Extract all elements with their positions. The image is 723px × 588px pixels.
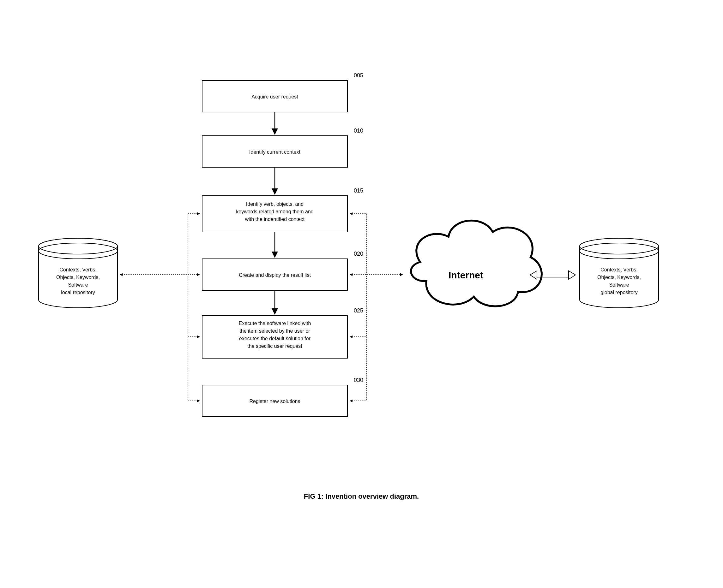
step-005-id: 005 xyxy=(354,72,363,79)
local-db-l4: local repository xyxy=(61,290,95,295)
connector-cloud-globaldb xyxy=(530,271,576,279)
step-015-label-l1: Identify verb, objects, and xyxy=(246,202,304,207)
global-db-l2: Objects, Keywords, xyxy=(597,275,641,280)
step-020: Create and display the result list 020 xyxy=(202,251,363,290)
local-db-l2: Objects, Keywords, xyxy=(56,275,100,280)
step-025-label-l1: Execute the software linked with xyxy=(239,321,311,326)
step-025-label-l3: executes the default solution for xyxy=(239,336,311,341)
step-025: Execute the software linked with the ite… xyxy=(202,308,363,358)
global-db-l4: global repository xyxy=(600,290,637,295)
internet-cloud: Internet xyxy=(411,220,542,307)
svg-point-22 xyxy=(580,238,659,254)
figure-caption: FIG 1: Invention overview diagram. xyxy=(304,492,419,500)
cloud-label: Internet xyxy=(448,270,483,280)
step-015-label-l3: with the indentified context xyxy=(245,216,305,222)
local-repository: Contexts, Verbs, Objects, Keywords, Soft… xyxy=(39,238,118,308)
svg-point-7 xyxy=(39,238,118,254)
svg-marker-20 xyxy=(568,271,576,279)
diagram-canvas: Acquire user request 005 Identify curren… xyxy=(0,0,723,588)
step-015: Identify verb, objects, and keywords rel… xyxy=(202,188,363,232)
local-db-l3: Software xyxy=(68,282,88,288)
step-010: Identify current context 010 xyxy=(202,127,363,167)
step-025-label-l2: the item selected by the user or xyxy=(239,328,310,334)
global-repository: Contexts, Verbs, Objects, Keywords, Soft… xyxy=(580,238,659,308)
step-030-label: Register new solutions xyxy=(249,399,300,404)
global-db-l1: Contexts, Verbs, xyxy=(600,267,637,272)
step-010-label: Identify current context xyxy=(249,149,300,155)
step-030: Register new solutions 030 xyxy=(202,377,363,417)
step-005: Acquire user request 005 xyxy=(202,72,363,112)
global-db-l3: Software xyxy=(609,282,629,288)
step-030-id: 030 xyxy=(354,377,363,383)
step-020-id: 020 xyxy=(354,251,363,257)
left-dotted-bus xyxy=(188,214,200,401)
step-020-label: Create and display the result list xyxy=(239,272,311,278)
step-025-label-l4: the specific user request xyxy=(247,343,302,349)
step-015-label-l2: keywords related among them and xyxy=(236,209,313,214)
step-005-label: Acquire user request xyxy=(252,94,298,100)
local-db-l1: Contexts, Verbs, xyxy=(59,267,96,272)
step-015-id: 015 xyxy=(354,188,363,194)
step-025-id: 025 xyxy=(354,308,363,314)
step-010-id: 010 xyxy=(354,127,363,134)
